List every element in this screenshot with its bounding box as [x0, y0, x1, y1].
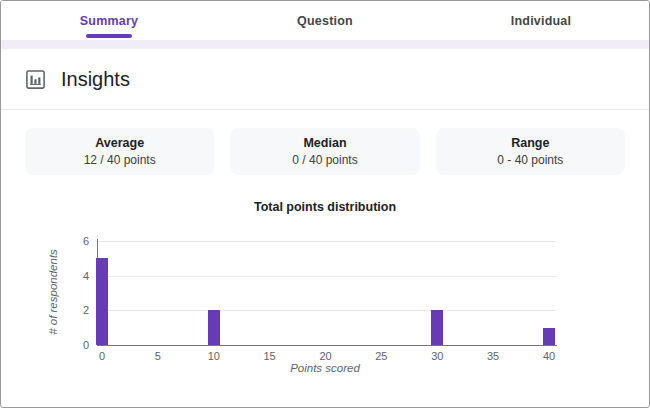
page-background-band — [1, 40, 649, 49]
x-tick-label: 0 — [87, 350, 117, 363]
bar-chart-icon — [23, 67, 48, 92]
x-tick-label: 5 — [143, 350, 173, 363]
y-tick-label: 0 — [59, 339, 89, 352]
stat-value: 0 - 40 points — [436, 153, 625, 167]
stats-row: Average 12 / 40 points Median 0 / 40 poi… — [25, 128, 625, 175]
bar — [96, 258, 108, 345]
y-axis-title: # of respondents — [47, 249, 59, 335]
chart-title: Total points distribution — [1, 200, 649, 214]
stat-card-average: Average 12 / 40 points — [25, 128, 214, 175]
tab-question[interactable]: Question — [217, 1, 433, 40]
responses-tab-bar: Summary Question Individual — [1, 1, 649, 40]
y-tick-label: 4 — [59, 270, 89, 283]
gridline — [97, 276, 557, 277]
tab-summary-label: Summary — [80, 14, 138, 28]
x-tick-label: 15 — [255, 350, 285, 363]
y-tick-label: 2 — [59, 304, 89, 317]
stat-card-range: Range 0 - 40 points — [436, 128, 625, 175]
y-tick-label: 6 — [59, 235, 89, 248]
x-tick-label: 35 — [478, 350, 508, 363]
stat-card-median: Median 0 / 40 points — [230, 128, 419, 175]
gridline — [97, 310, 557, 311]
tab-question-label: Question — [297, 14, 353, 28]
bar — [431, 310, 443, 345]
x-tick-label: 40 — [534, 350, 564, 363]
insights-title: Insights — [61, 68, 130, 91]
insights-header: Insights — [1, 49, 649, 110]
stat-label: Average — [25, 136, 214, 150]
x-tick-label: 25 — [366, 350, 396, 363]
stat-label: Range — [436, 136, 625, 150]
forms-responses-page: Summary Question Individual Insights Ave… — [0, 0, 650, 408]
x-tick-label: 30 — [422, 350, 452, 363]
gridline — [97, 241, 557, 242]
x-tick-label: 20 — [311, 350, 341, 363]
bar — [208, 310, 220, 345]
tab-individual[interactable]: Individual — [433, 1, 649, 40]
tab-individual-label: Individual — [511, 14, 571, 28]
x-axis-title: Points scored — [1, 362, 649, 374]
tab-summary[interactable]: Summary — [1, 1, 217, 40]
bar — [543, 328, 555, 345]
stat-value: 12 / 40 points — [25, 153, 214, 167]
active-tab-indicator — [86, 34, 132, 38]
x-axis-line — [97, 345, 557, 346]
points-distribution-chart: # of respondents Points scored 024605101… — [1, 221, 649, 386]
stat-value: 0 / 40 points — [230, 153, 419, 167]
stat-label: Median — [230, 136, 419, 150]
x-tick-label: 10 — [199, 350, 229, 363]
